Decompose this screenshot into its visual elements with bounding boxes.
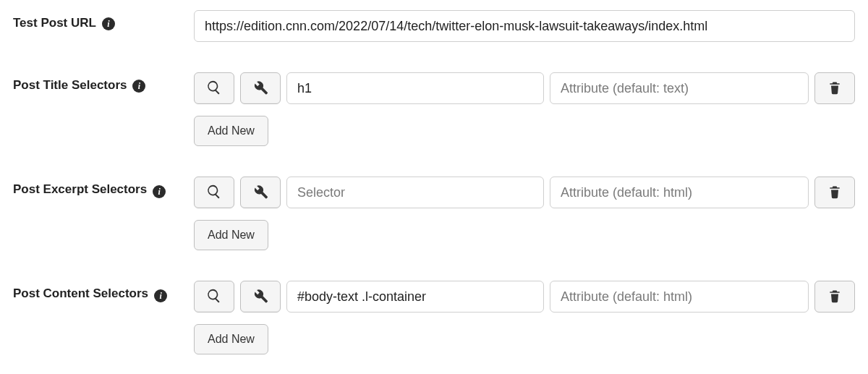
search-icon bbox=[206, 80, 222, 98]
search-icon bbox=[206, 184, 222, 202]
field-post-title-selectors: Add New bbox=[194, 72, 855, 146]
row-test-post-url: Test Post URL i bbox=[13, 10, 855, 42]
label-text: Post Title Selectors bbox=[13, 78, 127, 93]
test-post-url-input[interactable] bbox=[194, 10, 855, 42]
search-button[interactable] bbox=[194, 177, 234, 208]
trash-icon bbox=[827, 184, 842, 201]
wrench-icon bbox=[252, 80, 268, 98]
row-post-excerpt-selectors: Post Excerpt Selectors i A bbox=[13, 177, 855, 250]
add-new-button[interactable]: Add New bbox=[194, 116, 268, 146]
label-post-excerpt-selectors: Post Excerpt Selectors i bbox=[13, 177, 194, 198]
label-text: Post Content Selectors bbox=[13, 286, 148, 301]
trash-icon bbox=[827, 80, 842, 97]
delete-button[interactable] bbox=[814, 72, 855, 104]
title-selector-input[interactable] bbox=[286, 72, 544, 104]
content-selector-input[interactable] bbox=[286, 281, 544, 313]
info-icon[interactable]: i bbox=[102, 17, 115, 30]
info-icon[interactable]: i bbox=[154, 289, 167, 302]
delete-button[interactable] bbox=[814, 177, 855, 208]
wrench-icon bbox=[252, 184, 268, 202]
label-post-content-selectors: Post Content Selectors i bbox=[13, 281, 194, 302]
field-post-excerpt-selectors: Add New bbox=[194, 177, 855, 250]
label-text: Post Excerpt Selectors bbox=[13, 182, 147, 197]
trash-icon bbox=[827, 289, 842, 305]
tools-button[interactable] bbox=[240, 72, 281, 104]
add-new-button[interactable]: Add New bbox=[194, 324, 268, 354]
tools-button[interactable] bbox=[240, 281, 281, 313]
content-attribute-input[interactable] bbox=[550, 281, 809, 313]
excerpt-selector-input[interactable] bbox=[286, 177, 544, 208]
add-new-button[interactable]: Add New bbox=[194, 220, 268, 250]
row-post-title-selectors: Post Title Selectors i Add bbox=[13, 72, 855, 146]
field-test-post-url bbox=[194, 10, 855, 42]
title-attribute-input[interactable] bbox=[550, 72, 809, 104]
excerpt-attribute-input[interactable] bbox=[550, 177, 809, 208]
search-button[interactable] bbox=[194, 281, 234, 313]
label-test-post-url: Test Post URL i bbox=[13, 10, 194, 30]
tools-button[interactable] bbox=[240, 177, 281, 208]
field-post-content-selectors: Add New bbox=[194, 281, 855, 354]
label-post-title-selectors: Post Title Selectors i bbox=[13, 72, 194, 93]
info-icon[interactable]: i bbox=[153, 185, 166, 198]
label-text: Test Post URL bbox=[13, 16, 96, 30]
delete-button[interactable] bbox=[814, 281, 855, 313]
wrench-icon bbox=[252, 288, 268, 306]
search-button[interactable] bbox=[194, 72, 234, 104]
row-post-content-selectors: Post Content Selectors i A bbox=[13, 281, 855, 354]
search-icon bbox=[206, 288, 222, 306]
info-icon[interactable]: i bbox=[132, 80, 145, 93]
